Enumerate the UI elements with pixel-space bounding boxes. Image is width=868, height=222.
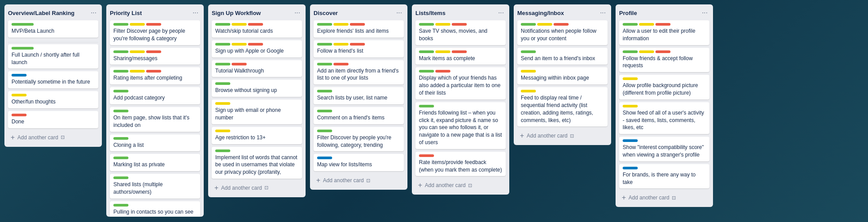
label-yellow <box>435 50 450 53</box>
add-card-lists-items[interactable]: +Add another card⊡ <box>415 180 506 191</box>
card-text: Notifications when people follow you or … <box>521 27 604 42</box>
card-labels <box>623 105 706 107</box>
card-text: Show feed of all of a user's activity - … <box>623 109 706 131</box>
label-red <box>12 114 27 116</box>
plus-icon: + <box>11 134 15 142</box>
card[interactable]: Marking list as private <box>110 154 200 171</box>
card[interactable]: Done <box>8 111 98 128</box>
column-title-overview-label-ranking: Overview/Label Ranking <box>8 10 89 16</box>
card-text: For brands, is there any way to take <box>623 171 706 186</box>
card-text: Allow profile background picture (differ… <box>623 82 706 97</box>
add-card-messaging-inbox[interactable]: +Add another card⊡ <box>517 130 608 142</box>
plus-icon: + <box>316 176 320 184</box>
archive-icon[interactable]: ⊡ <box>61 134 65 140</box>
card[interactable]: Watch/skip tutorial cards <box>212 20 302 38</box>
card[interactable]: Rate items/provide feedback (when you ma… <box>415 152 506 176</box>
card[interactable]: Shared lists (multiple authors/owners) <box>110 174 200 199</box>
label-yellow <box>215 102 230 105</box>
card[interactable]: Display which of your friends has also a… <box>415 67 506 99</box>
card[interactable]: Pulling in contacts so you can see <box>110 201 200 217</box>
card[interactable]: Follow a friend's list <box>314 40 404 57</box>
archive-icon[interactable]: ⊡ <box>468 183 472 188</box>
archive-icon[interactable]: ⊡ <box>366 178 370 184</box>
archive-icon[interactable]: ⊡ <box>672 195 676 201</box>
label-yellow <box>215 130 230 132</box>
label-green <box>113 110 128 112</box>
label-green <box>521 23 536 26</box>
card[interactable]: Explore friends' lists and items <box>314 20 404 38</box>
card[interactable]: Add podcast category <box>110 87 200 104</box>
card[interactable]: Filter Discover page by people you're fo… <box>110 20 200 45</box>
label-yellow <box>435 23 450 26</box>
column-menu-messaging-inbox[interactable]: ··· <box>598 9 608 17</box>
card[interactable]: Save TV shows, movies, and books <box>415 20 506 45</box>
label-green <box>215 63 230 65</box>
card[interactable]: Potentially sometime in the future <box>8 71 98 88</box>
add-card-overview-label-ranking[interactable]: +Add another card⊡ <box>8 132 98 143</box>
card[interactable]: Show feed of all of a user's activity - … <box>619 102 709 134</box>
card[interactable]: Rating items after completing <box>110 67 200 84</box>
column-title-discover: Discover <box>314 10 395 16</box>
card[interactable]: Comment on a friend's items <box>314 107 404 124</box>
card[interactable]: Other/fun thoughts <box>8 91 98 108</box>
column-discover: Discover···Explore friends' lists and it… <box>310 4 407 190</box>
card[interactable]: Sharing/messages <box>110 48 200 65</box>
label-yellow <box>130 23 145 26</box>
label-red <box>350 43 365 46</box>
card-labels <box>419 70 502 73</box>
card-labels <box>12 94 95 96</box>
card[interactable]: Follow friends & accept follow requests <box>619 48 709 73</box>
label-yellow <box>623 105 638 107</box>
card[interactable]: Sign up with email or phone number <box>212 100 302 124</box>
card[interactable]: Age restriction to 13+ <box>212 127 302 144</box>
card[interactable]: Messaging within inbox page <box>517 67 608 84</box>
card[interactable]: Show "interest compatibility score" when… <box>619 137 709 161</box>
card[interactable]: MVP/Beta Launch <box>8 20 98 38</box>
card[interactable]: Feed to display real time / sequential f… <box>517 87 608 126</box>
archive-icon[interactable]: ⊡ <box>570 133 574 139</box>
card[interactable]: On item page, show lists that it's inclu… <box>110 107 200 132</box>
card-text: Rating items after completing <box>113 74 197 82</box>
card[interactable]: Map view for lists/items <box>314 154 404 171</box>
card[interactable]: Mark items as complete <box>415 48 506 65</box>
label-red <box>248 43 263 46</box>
card[interactable]: Allow profile background picture (differ… <box>619 75 709 100</box>
label-green <box>317 110 332 112</box>
card-text: Save TV shows, movies, and books <box>419 27 502 42</box>
add-card-sign-up-workflow[interactable]: +Add another card⊡ <box>212 182 302 194</box>
label-red <box>554 23 569 26</box>
column-menu-priority-list[interactable]: ··· <box>191 9 200 17</box>
card[interactable]: Send an item to a friend's inbox <box>517 48 608 65</box>
card[interactable]: Full Launch / shortly after full launch <box>8 44 98 69</box>
column-header-profile: Profile··· <box>619 8 709 18</box>
card[interactable]: Cloning a list <box>110 134 200 152</box>
card[interactable]: Add an item directly from a friend's lis… <box>314 60 404 85</box>
column-menu-profile[interactable]: ··· <box>700 9 709 17</box>
column-header-messaging-inbox: Messaging/Inbox··· <box>517 8 608 18</box>
card[interactable]: For brands, is there any way to take <box>619 164 709 189</box>
column-menu-discover[interactable]: ··· <box>395 9 404 17</box>
column-menu-lists-items[interactable]: ··· <box>496 9 506 17</box>
card[interactable]: Filter Discover by people you're followi… <box>314 127 404 152</box>
card[interactable]: Allow a user to edit their profile infor… <box>619 20 709 45</box>
add-card-label: Add another card <box>425 182 465 188</box>
label-red <box>146 50 161 53</box>
card-labels <box>113 50 197 53</box>
card[interactable]: Search lists by user, list name <box>314 87 404 104</box>
card[interactable]: Tutorial Walkthrough <box>212 60 302 77</box>
add-card-discover[interactable]: +Add another card⊡ <box>314 175 404 186</box>
card[interactable]: Implement list of words that cannot be u… <box>212 147 302 179</box>
label-green <box>113 204 128 207</box>
card[interactable]: Friends following list – when you click … <box>415 102 506 149</box>
column-menu-overview-label-ranking[interactable]: ··· <box>89 9 98 17</box>
card[interactable]: Notifications when people follow you or … <box>517 20 608 45</box>
card[interactable]: Browse without signing up <box>212 80 302 97</box>
card-labels <box>12 114 95 116</box>
add-card-profile[interactable]: +Add another card⊡ <box>619 192 709 203</box>
card-text: Watch/skip tutorial cards <box>215 27 298 35</box>
label-green <box>113 176 128 179</box>
card[interactable]: Sign up with Apple or Google <box>212 40 302 57</box>
archive-icon[interactable]: ⊡ <box>264 185 268 191</box>
column-menu-sign-up-workflow[interactable]: ··· <box>293 9 302 17</box>
card-labels <box>521 70 604 73</box>
